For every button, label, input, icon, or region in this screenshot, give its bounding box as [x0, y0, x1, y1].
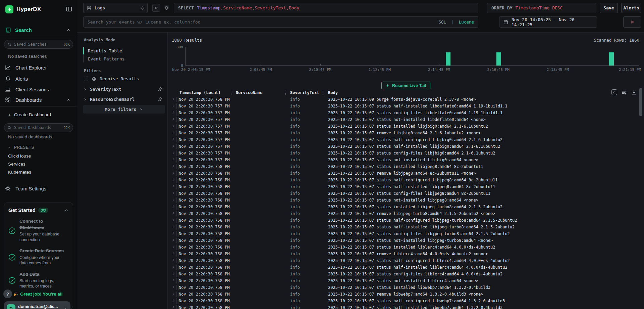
table-row[interactable]: Nov 20 2:20:30.758 PM info 2025-10-22 10… — [168, 244, 641, 251]
tab-results-table[interactable]: Results Table — [88, 48, 122, 53]
table-row[interactable]: Nov 20 2:20:30.758 PM info 2025-10-22 10… — [168, 237, 641, 244]
mode-sql-toggle[interactable]: SQL — [438, 19, 446, 25]
row-expand-chevron-icon[interactable] — [172, 218, 175, 222]
collapse-sidebar-icon[interactable] — [66, 6, 72, 12]
row-expand-chevron-icon[interactable] — [172, 272, 175, 275]
sidebar-item-dashboards[interactable]: Dashboards — [0, 95, 77, 104]
sidebar-item-client-sessions[interactable]: Client Sessions — [0, 85, 77, 94]
table-row[interactable]: Nov 20 2:20:30.757 PM info 2025-10-22 10… — [168, 130, 641, 136]
chevron-up-icon[interactable] — [66, 28, 71, 32]
row-expand-chevron-icon[interactable] — [172, 111, 175, 114]
table-row[interactable]: Nov 20 2:20:30.757 PM info 2025-10-22 10… — [168, 109, 641, 116]
row-expand-chevron-icon[interactable] — [172, 191, 175, 195]
row-expand-chevron-icon[interactable] — [172, 245, 175, 249]
preset-services[interactable]: Services — [0, 161, 77, 167]
row-expand-chevron-icon[interactable] — [172, 131, 175, 134]
preset-clickhouse[interactable]: ClickHouse — [0, 152, 77, 159]
preset-kubernetes[interactable]: Kubernetes — [0, 169, 77, 175]
download-icon[interactable] — [631, 89, 637, 95]
get-started-item[interactable]: Create Data Sources Configure where your… — [8, 248, 69, 266]
table-row[interactable]: Nov 20 2:20:30.758 PM info 2025-10-22 10… — [168, 204, 641, 210]
row-expand-chevron-icon[interactable] — [172, 252, 175, 255]
table-row[interactable]: Nov 20 2:20:30.758 PM info 2025-10-22 10… — [168, 163, 641, 170]
sidebar-item-alerts[interactable]: Alerts — [0, 74, 77, 83]
row-expand-chevron-icon[interactable] — [172, 137, 175, 141]
histogram-bar[interactable] — [609, 52, 614, 65]
table-row[interactable]: Nov 20 2:20:30.758 PM info 2025-10-22 10… — [168, 170, 641, 177]
chevron-up-icon[interactable] — [64, 208, 69, 213]
more-filters-button[interactable]: More filters — [83, 105, 165, 114]
get-started-item[interactable]: Add Data Start sending logs, metrics, or… — [8, 271, 69, 289]
column-header-servicename[interactable]: ServiceName — [236, 90, 262, 95]
time-range-picker[interactable]: Nov 20 14:06:25 - Nov 20 14:21:25 — [499, 16, 597, 28]
column-resize-handle[interactable] — [285, 91, 286, 95]
table-row[interactable]: Nov 20 2:20:30.758 PM info 2025-10-22 10… — [168, 190, 641, 197]
save-button[interactable]: Save — [600, 3, 618, 13]
row-expand-chevron-icon[interactable] — [172, 285, 175, 289]
sidebar-item-team-settings[interactable]: Team Settings — [0, 184, 77, 193]
table-row[interactable]: Nov 20 2:20:30.758 PM info 2025-10-22 10… — [168, 304, 641, 309]
row-expand-chevron-icon[interactable] — [172, 198, 175, 202]
table-row[interactable]: Nov 20 2:20:30.758 PM info 2025-10-22 10… — [168, 284, 641, 291]
row-expand-chevron-icon[interactable] — [172, 97, 175, 101]
table-row[interactable]: Nov 20 2:20:30.758 PM info 2025-10-22 10… — [168, 177, 641, 183]
get-started-item[interactable]: Connect to ClickHouse Set up your databa… — [8, 218, 69, 242]
table-row[interactable]: Nov 20 2:20:30.758 PM info 2025-10-22 10… — [168, 183, 641, 190]
row-expand-chevron-icon[interactable] — [172, 104, 175, 107]
row-expand-chevron-icon[interactable] — [172, 238, 175, 242]
row-expand-chevron-icon[interactable] — [172, 178, 175, 181]
row-expand-chevron-icon[interactable] — [172, 231, 175, 235]
row-expand-chevron-icon[interactable] — [172, 299, 175, 302]
sidebar-item-search[interactable]: Search — [0, 26, 77, 34]
mode-lucene-toggle[interactable]: Lucene — [459, 19, 474, 25]
row-expand-chevron-icon[interactable] — [172, 225, 175, 228]
order-by-input[interactable]: ORDER BY TimestampTime DESC — [487, 3, 596, 13]
saved-searches-input[interactable]: ⌘K — [4, 40, 73, 49]
row-expand-chevron-icon[interactable] — [172, 205, 175, 208]
get-started-header[interactable]: Get Started 3/3 — [8, 207, 69, 213]
row-expand-chevron-icon[interactable] — [172, 117, 175, 121]
saved-searches-field[interactable] — [14, 42, 61, 47]
table-row[interactable]: Nov 20 2:20:30.758 PM info 2025-10-22 10… — [168, 277, 641, 284]
column-config-icon[interactable] — [611, 89, 617, 95]
source-select[interactable]: Logs — [83, 3, 148, 13]
saved-dashboards-input[interactable]: ⌘K — [4, 123, 73, 132]
create-dashboard-button[interactable]: + Create Dashboard — [0, 111, 77, 118]
table-row[interactable]: Nov 20 2:20:30.758 PM info 2025-10-22 10… — [168, 271, 641, 277]
edit-sql-icon-button[interactable] — [152, 4, 160, 12]
histogram-bar[interactable] — [496, 52, 501, 65]
wrap-lines-icon[interactable] — [622, 89, 627, 95]
row-expand-chevron-icon[interactable] — [172, 258, 175, 262]
chevron-up-icon[interactable] — [66, 97, 71, 102]
table-row[interactable]: Nov 20 2:20:30.758 PM info 2025-10-22 10… — [168, 298, 641, 304]
alerts-button[interactable]: Alerts — [621, 3, 641, 13]
row-expand-chevron-icon[interactable] — [172, 144, 175, 148]
column-header-severitytext[interactable]: SeverityText — [290, 90, 319, 95]
row-expand-chevron-icon[interactable] — [172, 305, 175, 309]
table-row[interactable]: Nov 20 2:20:30.758 PM info 2025-10-22 10… — [168, 257, 641, 264]
row-expand-chevron-icon[interactable] — [172, 211, 175, 215]
row-expand-chevron-icon[interactable] — [172, 151, 175, 154]
row-expand-chevron-icon[interactable] — [172, 124, 175, 128]
row-expand-chevron-icon[interactable] — [172, 158, 175, 161]
help-button[interactable]: ? — [3, 290, 12, 298]
table-row[interactable]: Nov 20 2:20:30.757 PM info 2025-10-22 10… — [168, 103, 641, 109]
table-row[interactable]: Nov 20 2:20:30.758 PM info 2025-10-22 10… — [168, 251, 641, 257]
row-expand-chevron-icon[interactable] — [172, 164, 175, 168]
user-menu[interactable]: D dominic.tran@clic... dominic.tran@clic… — [4, 301, 70, 309]
table-row[interactable]: Nov 20 2:20:30.757 PM info 2025-10-22 10… — [168, 123, 641, 130]
table-row[interactable]: Nov 20 2:20:30.758 PM info 2025-10-22 10… — [168, 224, 641, 230]
table-row[interactable]: Nov 20 2:20:30.758 PM info 2025-10-22 10… — [168, 230, 641, 237]
pin-icon[interactable] — [158, 87, 162, 91]
table-row[interactable]: Nov 20 2:20:30.758 PM info 2025-10-22 10… — [168, 96, 641, 103]
table-row[interactable]: Nov 20 2:20:30.757 PM info 2025-10-22 10… — [168, 143, 641, 150]
histogram-bar[interactable] — [446, 52, 450, 65]
pin-icon[interactable] — [158, 97, 162, 101]
table-row[interactable]: Nov 20 2:20:30.757 PM info 2025-10-22 10… — [168, 157, 641, 163]
table-row[interactable]: Nov 20 2:20:30.758 PM info 2025-10-22 10… — [168, 291, 641, 298]
table-row[interactable]: Nov 20 2:20:30.758 PM info 2025-10-22 10… — [168, 210, 641, 217]
table-row[interactable]: Nov 20 2:20:30.757 PM info 2025-10-22 10… — [168, 136, 641, 143]
sidebar-item-chart-explorer[interactable]: Chart Explorer — [0, 63, 77, 72]
column-header-body[interactable]: Body — [328, 90, 338, 95]
select-columns-input[interactable]: SELECT Timestamp,ServiceName,SeverityTex… — [174, 3, 478, 13]
